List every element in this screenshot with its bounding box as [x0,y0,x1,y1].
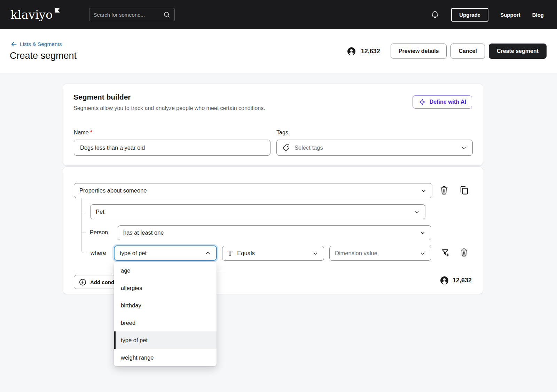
resource-select-value: Pet [96,209,104,215]
define-with-ai-button[interactable]: Define with AI [413,95,472,109]
create-segment-button[interactable]: Create segment [489,44,547,59]
required-marker: * [90,130,92,135]
operator-select[interactable]: T Equals [222,246,324,261]
chevron-down-icon [414,209,420,215]
plus-circle-icon [79,278,87,286]
condition-category-select[interactable]: Properties about someone [74,183,432,198]
chevron-down-icon [312,250,319,257]
profile-count-icon [440,276,449,285]
chevron-down-icon [419,230,426,236]
duplicate-icon [459,185,469,195]
quantifier-select-value: has at least one [123,229,164,236]
tree-tick-pet [82,212,86,212]
tags-placeholder: Select tags [295,144,323,151]
page-title: Create segment [10,50,77,61]
delete-rule-button[interactable] [459,248,469,257]
dimension-value-placeholder: Dimension value [335,250,377,257]
text-type-icon: T [228,250,232,257]
tree-elbow-where [81,248,87,253]
dropdown-option-weight-range[interactable]: weight range [114,349,217,366]
back-arrow-icon [10,41,17,48]
segment-name-input[interactable] [74,140,270,156]
segment-count: 12,632 [440,276,472,285]
dropdown-option-birthday[interactable]: birthday [114,297,217,314]
builder-subtitle: Segments allow you to track and analyze … [73,105,265,111]
person-label: Person [90,229,108,236]
profile-count-icon [347,47,356,56]
nav-link-support[interactable]: Support [500,12,520,18]
tree-tick-person [82,233,86,233]
dropdown-option-allergies[interactable]: allergies [114,279,217,297]
bell-icon[interactable] [431,10,439,19]
dimension-dropdown: age allergies birthday breed type of pet… [114,262,217,366]
delete-condition-button[interactable] [439,185,449,195]
profile-count-value: 12,632 [361,48,380,55]
navbar-right: Upgrade Support Blog [431,8,544,22]
search-icon [163,11,171,18]
klaviyo-logo[interactable]: klaviyo [10,9,60,21]
operator-select-value: Equals [237,250,254,257]
sparkle-icon [418,98,426,106]
tag-icon [282,144,290,152]
dimension-value-select[interactable]: Dimension value [329,246,431,261]
profile-count: 12,632 [347,47,380,56]
trash-icon [459,248,469,257]
define-with-ai-label: Define with AI [430,99,466,105]
app-root: klaviyo Upgrade Support Blog Lists & Seg… [0,0,557,392]
chevron-down-icon [419,250,426,257]
nav-link-blog[interactable]: Blog [532,12,544,18]
header-actions: 12,632 Preview details Cancel Create seg… [347,44,547,59]
where-label: where [91,250,106,256]
duplicate-condition-button[interactable] [459,185,469,195]
dropdown-option-breed[interactable]: breed [114,314,217,331]
logo-text: klaviyo [10,8,53,22]
tree-line-vertical [81,198,82,248]
resource-select[interactable]: Pet [90,204,425,219]
trash-icon [439,185,449,195]
flag-logo-mark [55,8,60,13]
search-input[interactable] [94,12,163,18]
dimension-select[interactable]: type of pet [114,245,217,261]
segment-builder-card: Segment builder Segments allow you to tr… [63,84,483,166]
chevron-up-icon [205,250,211,256]
preview-details-button[interactable]: Preview details [391,44,447,59]
cancel-button[interactable]: Cancel [450,44,485,59]
quantifier-select[interactable]: has at least one [118,225,431,240]
name-label: Name* [74,130,92,136]
dimension-select-value: type of pet [120,250,147,257]
back-link-label: Lists & Segments [20,41,62,47]
dropdown-option-type-of-pet[interactable]: type of pet [114,331,217,349]
top-navbar: klaviyo Upgrade Support Blog [0,0,557,29]
add-filter-button[interactable] [441,248,450,258]
upgrade-button[interactable]: Upgrade [451,8,488,22]
tags-select[interactable]: Select tags [276,140,473,156]
segment-count-value: 12,632 [453,277,472,284]
page-header: Lists & Segments Create segment 12,632 P… [0,29,557,73]
chevron-down-icon [421,188,427,194]
add-filter-icon [441,248,450,258]
chevron-down-icon [461,144,467,151]
condition-category-value: Properties about someone [79,187,147,194]
builder-title: Segment builder [73,93,131,101]
tags-label: Tags [276,130,288,136]
back-link-lists-segments[interactable]: Lists & Segments [10,41,62,48]
dropdown-option-age[interactable]: age [114,262,217,279]
global-search[interactable] [89,8,175,21]
